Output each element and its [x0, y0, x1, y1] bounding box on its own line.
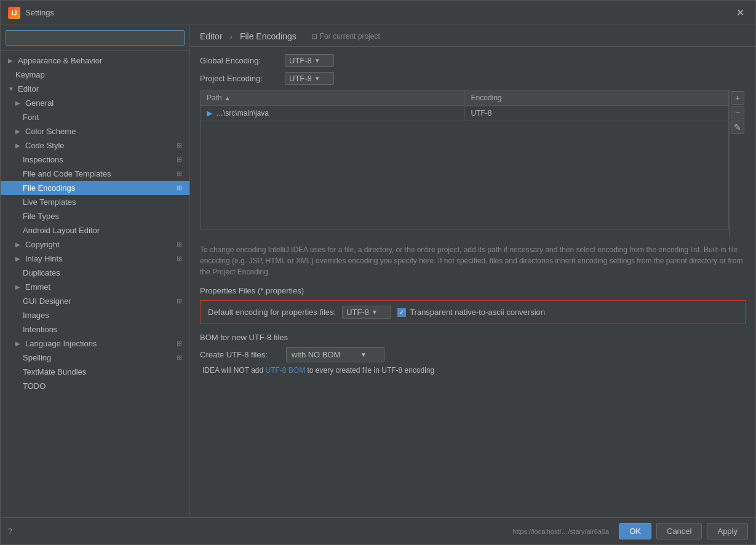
sidebar-label-live-templates: Live Templates [23, 197, 76, 207]
properties-section-title: Properties Files (*.properties) [200, 286, 746, 295]
sidebar-item-android-layout-editor[interactable]: Android Layout Editor [1, 223, 189, 237]
title-bar: IJ Settings ✕ [1, 1, 755, 25]
sidebar-item-color-scheme[interactable]: ▶Color Scheme [1, 124, 189, 138]
global-encoding-select[interactable]: UTF-8 ▼ [285, 54, 334, 67]
sidebar-label-file-encodings: File Encodings [23, 183, 75, 193]
sidebar-item-intentions[interactable]: Intentions [1, 322, 189, 336]
path-value: …\src\main\java [216, 109, 269, 117]
sidebar-label-file-and-code-templates: File and Code Templates [23, 169, 111, 178]
sidebar-label-inspections: Inspections [23, 155, 63, 164]
add-path-button[interactable]: + [731, 91, 744, 105]
bom-info: IDEA will NOT add UTF-8 BOM to every cre… [202, 366, 746, 375]
sidebar-label-editor: Editor [18, 84, 39, 93]
ok-button[interactable]: OK [619, 523, 651, 539]
properties-box: Default encoding for properties files: U… [200, 300, 746, 324]
info-text: To change encoding IntelliJ IDEA uses fo… [200, 244, 746, 277]
sidebar-item-file-types[interactable]: File Types [1, 209, 189, 223]
footer-url: https://localhost/…/stary/alr6a0a [512, 528, 609, 535]
project-encoding-row: Project Encoding: UTF-8 ▼ [200, 72, 746, 85]
sidebar-label-keymap: Keymap [15, 70, 45, 79]
transparent-conversion-label: Transparent native-to-ascii conversion [410, 308, 545, 317]
edit-path-button[interactable]: ✎ [731, 121, 744, 134]
sidebar-item-duplicates[interactable]: Duplicates [1, 266, 189, 280]
sidebar-label-emmet: Emmet [25, 282, 50, 292]
sidebar-item-todo[interactable]: TODO [1, 379, 189, 393]
remove-path-button[interactable]: − [731, 106, 744, 119]
encoding-table: Path ▲ Encoding ▶…\src\main\javaUTF-8 [200, 90, 729, 229]
sidebar-label-intentions: Intentions [23, 325, 57, 334]
sidebar-item-language-injections[interactable]: ▶Language Injections⊞ [1, 336, 189, 351]
sidebar-item-keymap[interactable]: Keymap [1, 68, 189, 82]
sidebar-item-textmate-bundles[interactable]: TextMate Bundles [1, 365, 189, 379]
sidebar-item-inspections[interactable]: Inspections⊞ [1, 153, 189, 167]
sidebar-label-code-style: Code Style [25, 141, 65, 150]
sidebar-item-appearance[interactable]: ▶Appearance & Behavior [1, 54, 189, 68]
table-row[interactable]: ▶…\src\main\javaUTF-8 [201, 106, 728, 121]
transparent-conversion-wrap: Transparent native-to-ascii conversion [397, 308, 545, 317]
sidebar-item-emmet[interactable]: ▶Emmet [1, 280, 189, 294]
arrow-icon-editor: ▼ [8, 86, 15, 92]
sidebar-item-gui-designer[interactable]: GUI Designer⊞ [1, 294, 189, 308]
project-label: For current project [320, 32, 380, 41]
sidebar-label-inlay-hints: Inlay Hints [25, 254, 63, 263]
global-encoding-value: UTF-8 [289, 56, 312, 65]
sort-arrow: ▲ [225, 95, 231, 101]
sidebar-item-general[interactable]: ▶General [1, 96, 189, 110]
app-icon: IJ [8, 7, 20, 19]
sidebar-item-code-style[interactable]: ▶Code Style⊞ [1, 138, 189, 153]
sidebar-label-duplicates: Duplicates [23, 268, 60, 277]
project-encoding-select[interactable]: UTF-8 ▼ [285, 72, 334, 85]
sidebar-label-textmate-bundles: TextMate Bundles [23, 367, 86, 376]
arrow-icon-general: ▶ [15, 100, 23, 106]
sidebar-label-file-types: File Types [23, 212, 59, 221]
sidebar-label-copyright: Copyright [25, 240, 60, 249]
arrow-icon-language-injections: ▶ [15, 340, 23, 347]
sidebar-label-font: Font [23, 113, 39, 122]
sidebar-item-live-templates[interactable]: Live Templates [1, 195, 189, 209]
project-encoding-arrow: ▼ [314, 75, 320, 82]
create-utf8-select[interactable]: with NO BOM ▼ [286, 347, 384, 362]
badge-icon-spelling: ⊞ [177, 354, 182, 362]
sidebar-item-copyright[interactable]: ▶Copyright⊞ [1, 237, 189, 252]
help-button[interactable]: ? [8, 527, 12, 536]
title-bar-left: IJ Settings [8, 7, 54, 19]
nav-tree: ▶Appearance & BehaviorKeymap▼Editor▶Gene… [1, 51, 189, 517]
sidebar: ▶Appearance & BehaviorKeymap▼Editor▶Gene… [1, 25, 190, 517]
arrow-icon-appearance: ▶ [8, 57, 15, 64]
sidebar-item-inlay-hints[interactable]: ▶Inlay Hints⊞ [1, 252, 189, 266]
arrow-icon-inlay-hints: ▶ [15, 255, 23, 262]
settings-dialog: IJ Settings ✕ ▶Appearance & BehaviorKeym… [0, 0, 756, 545]
cancel-button[interactable]: Cancel [656, 523, 702, 539]
dialog-title: Settings [25, 8, 54, 17]
transparent-conversion-checkbox[interactable] [397, 308, 406, 317]
global-encoding-label: Global Encoding: [200, 56, 280, 65]
default-encoding-arrow: ▼ [372, 309, 378, 316]
sidebar-label-todo: TODO [23, 381, 46, 391]
sidebar-item-spelling[interactable]: Spelling⊞ [1, 351, 189, 365]
bom-info-link: UTF-8 BOM [265, 366, 305, 375]
sidebar-item-file-and-code-templates[interactable]: File and Code Templates⊞ [1, 167, 189, 181]
sidebar-item-font[interactable]: Font [1, 110, 189, 124]
sidebar-label-images: Images [23, 311, 49, 320]
default-encoding-select[interactable]: UTF-8 ▼ [342, 306, 391, 319]
footer-buttons: https://localhost/…/stary/alr6a0a OK Can… [512, 523, 748, 539]
main-header: Editor › File Encodings ⊡ For current pr… [190, 25, 755, 47]
close-button[interactable]: ✕ [733, 6, 748, 20]
sidebar-item-editor[interactable]: ▼Editor [1, 82, 189, 96]
arrow-icon-emmet: ▶ [15, 284, 23, 290]
td-encoding: UTF-8 [465, 106, 729, 121]
arrow-icon-copyright: ▶ [15, 241, 23, 248]
encoding-table-wrapper: Path ▲ Encoding ▶…\src\main\javaUTF-8 [200, 90, 746, 237]
apply-button[interactable]: Apply [707, 523, 748, 539]
search-input[interactable] [6, 30, 185, 46]
badge-icon-file-encodings: ⊞ [177, 184, 182, 192]
for-current-project: ⊡ For current project [311, 32, 380, 41]
table-side-buttons: + − ✎ [729, 90, 746, 237]
sidebar-item-images[interactable]: Images [1, 308, 189, 322]
badge-icon-copyright: ⊞ [177, 241, 182, 249]
sidebar-label-color-scheme: Color Scheme [25, 127, 76, 136]
sidebar-label-appearance: Appearance & Behavior [18, 56, 102, 65]
sidebar-item-file-encodings[interactable]: File Encodings⊞ [1, 181, 189, 195]
main-body: Global Encoding: UTF-8 ▼ Project Encodin… [190, 47, 755, 517]
default-encoding-label: Default encoding for properties files: [208, 308, 336, 317]
